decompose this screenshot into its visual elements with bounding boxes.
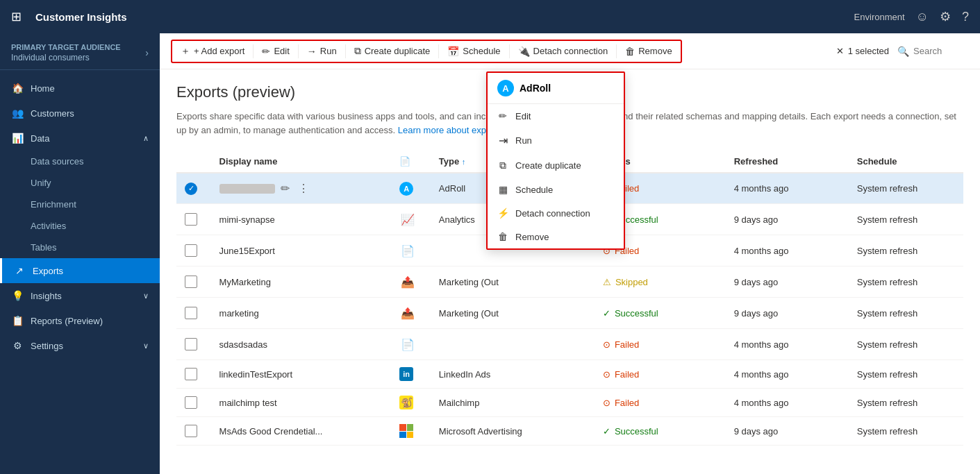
col-header-refreshed: Refreshed	[726, 151, 849, 173]
schedule-label: Schedule	[463, 46, 500, 56]
context-menu-title: AdRoll	[520, 83, 551, 94]
sidebar-item-insights[interactable]: 💡 Insights ∨	[0, 283, 160, 308]
row-refreshed-2: 4 months ago	[726, 235, 849, 266]
row-checkbox-6[interactable]	[176, 360, 211, 389]
context-menu-remove[interactable]: 🗑 Remove	[488, 225, 624, 248]
exports-icon: ↗	[13, 265, 26, 276]
sidebar-subitem-activities[interactable]: Activities	[0, 215, 160, 237]
context-menu-detach[interactable]: ⚡ Detach connection	[488, 201, 624, 225]
sidebar-item-insights-label: Insights	[31, 291, 62, 301]
row-checkbox-3[interactable]	[176, 266, 211, 298]
outbound-type-icon-3: 📤	[399, 273, 416, 290]
row-checkbox-5[interactable]	[176, 329, 211, 360]
row-status-4: ✓ Successful	[595, 298, 726, 329]
row-refreshed-5: 4 months ago	[726, 329, 849, 360]
search-input[interactable]	[913, 46, 969, 56]
insights-expand-icon[interactable]: ∨	[143, 291, 149, 301]
table-row[interactable]: linkedinTestExport in LinkedIn Ads ⊙ Fai…	[176, 360, 963, 389]
row-name-1: mimi-synapse	[211, 204, 392, 235]
toolbar-search[interactable]: 🔍	[897, 46, 969, 57]
row-type-icon-2: 📄	[391, 235, 431, 266]
detach-icon: 🔌	[518, 46, 530, 57]
sidebar-nav: 🏠 Home 👥 Customers 📊 Data ∧ Data sources…	[0, 70, 160, 364]
checkbox-checked-0: ✓	[185, 183, 197, 195]
row-type-6: LinkedIn Ads	[431, 360, 595, 389]
row-refreshed-6: 4 months ago	[726, 360, 849, 389]
row-schedule-4: System refresh	[849, 298, 963, 329]
edit-label: Edit	[274, 46, 289, 56]
outbound-type-icon-4: 📤	[399, 305, 416, 321]
sidebar-subitem-enrichment[interactable]: Enrichment	[0, 194, 160, 215]
app-grid-icon[interactable]: ⊞	[11, 9, 22, 24]
row-schedule-5: System refresh	[849, 329, 963, 360]
sidebar-subitem-datasources[interactable]: Data sources	[0, 151, 160, 172]
row-type-icon-5: 📄	[391, 329, 431, 360]
sidebar-subitem-unify[interactable]: Unify	[0, 172, 160, 194]
table-row[interactable]: mailchimp test 🐒 Mailchimp ⊙ Failed 4 mo…	[176, 389, 963, 417]
row-checkbox-1[interactable]	[176, 204, 211, 235]
context-menu-schedule[interactable]: ▦ Schedule	[488, 178, 624, 201]
sidebar-item-home[interactable]: 🏠 Home	[0, 76, 160, 101]
sidebar-header-chevron[interactable]: ›	[145, 47, 149, 58]
schedule-button[interactable]: 📅 Schedule	[440, 42, 507, 61]
detach-connection-button[interactable]: 🔌 Detach connection	[511, 42, 615, 61]
row-name-6: linkedinTestExport	[211, 360, 392, 389]
settings-expand-icon[interactable]: ∨	[143, 341, 149, 350]
table-row[interactable]: marketing 📤 Marketing (Out ✓ Successful …	[176, 298, 963, 329]
sidebar-item-data-label: Data	[31, 133, 49, 144]
table-row[interactable]: sdasdsadas 📄 ⊙ Failed 4 months ago	[176, 329, 963, 360]
row-checkbox-8[interactable]	[176, 417, 211, 446]
sidebar-item-customers[interactable]: 👥 Customers	[0, 101, 160, 126]
table-row[interactable]: MyMarketing 📤 Marketing (Out ⚠ Skipped 9…	[176, 266, 963, 298]
home-icon: 🏠	[11, 83, 24, 94]
row-checkbox-2[interactable]	[176, 235, 211, 266]
row-type-icon-6: in	[391, 360, 431, 389]
context-menu-duplicate[interactable]: ⧉ Create duplicate	[488, 153, 624, 178]
row-refreshed-0: 4 months ago	[726, 173, 849, 204]
status-badge-4: ✓ Successful	[603, 308, 717, 319]
settings-icon[interactable]: ⚙	[940, 9, 951, 24]
search-icon: 🔍	[897, 46, 909, 57]
row-type-8: Microsoft Advertising	[431, 417, 595, 446]
clear-selection-icon[interactable]: ✕	[836, 46, 844, 56]
sidebar-item-home-label: Home	[31, 83, 55, 94]
data-collapse-icon[interactable]: ∧	[143, 134, 149, 143]
run-icon: →	[307, 46, 317, 57]
schedule-icon: 📅	[447, 46, 459, 57]
success-icon-8: ✓	[603, 426, 611, 437]
sidebar-item-reports[interactable]: 📋 Reports (Preview)	[0, 308, 160, 333]
row-name-0: ✏ ⋮	[211, 173, 392, 204]
sidebar-header: Primary target audience Individual consu…	[0, 33, 160, 70]
add-export-button[interactable]: ＋ + Add export	[174, 41, 251, 62]
context-menu-edit[interactable]: ✏ Edit	[488, 104, 624, 128]
table-row[interactable]: MsAds Good Crendetial... Microsoft Adver…	[176, 417, 963, 446]
row-edit-btn-0[interactable]: ✏	[278, 180, 292, 196]
status-badge-3: ⚠ Skipped	[603, 277, 717, 287]
help-icon[interactable]: ?	[962, 10, 969, 24]
status-badge-5: ⊙ Failed	[603, 339, 717, 350]
audience-value: Individual consumers	[11, 53, 121, 62]
failed-icon-6: ⊙	[603, 369, 611, 380]
sidebar-item-settings-label: Settings	[31, 341, 63, 351]
sidebar-item-exports[interactable]: ↗ Exports	[0, 258, 160, 283]
remove-button[interactable]: 🗑 Remove	[618, 42, 679, 61]
toolbar-sep-5	[509, 44, 510, 58]
environment-label: Environment	[854, 12, 905, 22]
create-duplicate-button[interactable]: ⧉ Create duplicate	[347, 41, 438, 61]
row-more-btn-0[interactable]: ⋮	[295, 180, 312, 196]
duplicate-icon: ⧉	[354, 45, 361, 57]
sidebar-subitem-datasources-label: Data sources	[31, 156, 84, 167]
sidebar-subitem-enrichment-label: Enrichment	[31, 199, 76, 210]
row-checkbox-7[interactable]	[176, 389, 211, 417]
edit-button[interactable]: ✏ Edit	[255, 42, 296, 61]
sidebar-item-settings[interactable]: ⚙ Settings ∨	[0, 333, 160, 358]
sidebar-item-data[interactable]: 📊 Data ∧	[0, 126, 160, 151]
row-checkbox-4[interactable]	[176, 298, 211, 329]
user-icon[interactable]: ☺	[916, 10, 929, 24]
context-menu-run[interactable]: ⇥ Run	[488, 128, 624, 153]
row-type-icon-3: 📤	[391, 266, 431, 298]
run-button[interactable]: → Run	[300, 42, 344, 61]
status-badge-8: ✓ Successful	[603, 426, 717, 437]
sidebar-subitem-tables[interactable]: Tables	[0, 237, 160, 258]
row-checkbox-0[interactable]: ✓	[176, 173, 211, 204]
